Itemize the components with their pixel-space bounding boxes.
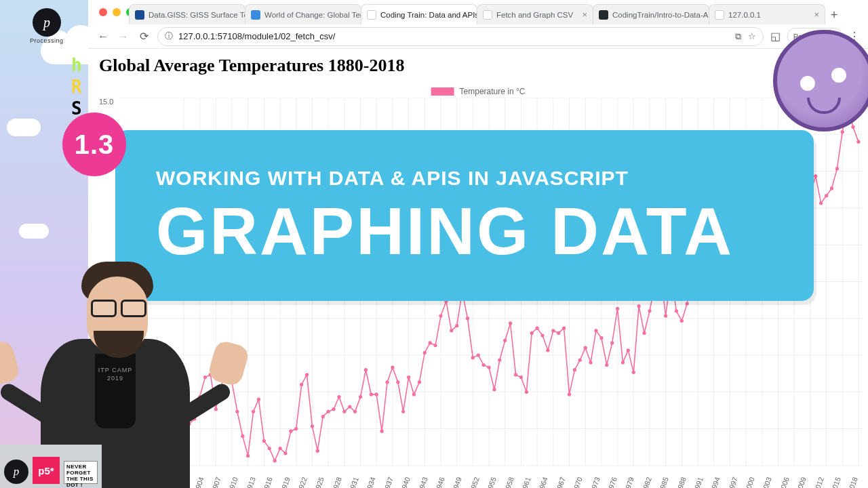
tab-label: World of Change: Global Temp xyxy=(264,11,361,19)
svg-point-142 xyxy=(589,361,592,364)
svg-point-104 xyxy=(385,380,389,384)
browser-tab[interactable]: Data.GISS: GISS Surface Temp× xyxy=(129,4,245,24)
svg-point-148 xyxy=(621,361,625,364)
legend-label: Temperature in °C xyxy=(460,87,526,96)
tab-label: CodingTrain/Intro-to-Data-API xyxy=(612,11,709,19)
mascot-mouth xyxy=(807,98,841,114)
svg-point-189 xyxy=(841,130,844,134)
svg-point-91 xyxy=(316,449,319,453)
svg-point-114 xyxy=(439,314,442,317)
bookmark-star-icon[interactable]: ☆ xyxy=(748,31,756,42)
presenter-hand xyxy=(0,339,21,387)
processing-app-label: Processing xyxy=(30,37,64,44)
processing-app-icon[interactable]: p xyxy=(33,8,61,37)
favicon-icon xyxy=(715,10,724,20)
browser-tabstrip: Data.GISS: GISS Surface Temp×World of Ch… xyxy=(129,3,868,24)
svg-point-116 xyxy=(450,329,453,332)
svg-point-132 xyxy=(536,327,539,330)
extension-icon[interactable]: ◱ xyxy=(770,30,781,43)
svg-point-133 xyxy=(540,333,544,337)
close-tab-icon[interactable]: × xyxy=(814,9,819,20)
svg-point-149 xyxy=(627,348,630,352)
favicon-icon xyxy=(135,10,144,20)
svg-point-106 xyxy=(396,380,399,384)
svg-point-127 xyxy=(509,321,512,325)
minimize-window-button[interactable] xyxy=(113,8,121,16)
svg-point-146 xyxy=(610,341,614,344)
svg-point-108 xyxy=(407,375,410,379)
tab-label: 127.0.0.1 xyxy=(728,11,761,19)
svg-point-125 xyxy=(498,359,501,362)
favicon-icon xyxy=(483,10,492,20)
svg-point-188 xyxy=(835,167,839,170)
browser-tab[interactable]: 127.0.0.1× xyxy=(709,4,825,24)
browser-toolbar: ← → ⟳ ⓘ 127.0.0.1:57108/module1/02_fetch… xyxy=(88,24,868,49)
svg-point-158 xyxy=(675,309,678,312)
tab-label: Fetch and Graph CSV xyxy=(496,11,573,19)
svg-point-140 xyxy=(578,359,582,362)
svg-point-102 xyxy=(375,392,378,396)
episode-badge: 1.3 xyxy=(62,113,126,176)
svg-point-84 xyxy=(279,447,282,450)
svg-point-113 xyxy=(433,344,437,347)
svg-point-153 xyxy=(648,309,651,312)
svg-point-105 xyxy=(391,365,394,369)
svg-point-145 xyxy=(605,363,608,367)
svg-point-147 xyxy=(616,307,619,310)
svg-point-191 xyxy=(851,125,854,129)
svg-point-126 xyxy=(503,339,507,342)
new-tab-button[interactable]: + xyxy=(825,5,844,24)
address-bar[interactable]: ⓘ 127.0.0.1:57108/module1/02_fetch_csv/ … xyxy=(157,27,764,46)
svg-point-134 xyxy=(546,348,549,352)
svg-point-129 xyxy=(519,375,523,379)
svg-point-192 xyxy=(856,140,860,144)
svg-point-81 xyxy=(262,439,266,443)
p5js-sticker-icon: p5* xyxy=(33,457,60,484)
svg-point-156 xyxy=(664,314,667,317)
svg-point-85 xyxy=(283,451,287,455)
svg-point-141 xyxy=(584,346,587,350)
title-card-subtitle: WORKING WITH DATA & APIS IN JAVASCRIPT xyxy=(156,167,793,190)
legend-swatch-icon xyxy=(431,87,454,96)
svg-point-121 xyxy=(477,353,480,357)
text-sticker: NEVER FORGET THE THIS DOT ! xyxy=(64,461,98,484)
site-info-icon[interactable]: ⓘ xyxy=(165,30,173,42)
svg-point-138 xyxy=(568,392,571,396)
reload-button[interactable]: ⟳ xyxy=(137,30,151,43)
url-text: 127.0.0.1:57108/module1/02_fetch_csv/ xyxy=(178,31,335,41)
browser-tab[interactable]: Fetch and Graph CSV× xyxy=(477,4,593,24)
laptop-lid: p p5* NEVER FORGET THE THIS DOT ! xyxy=(0,445,102,488)
close-window-button[interactable] xyxy=(99,8,107,16)
svg-point-98 xyxy=(353,410,357,413)
svg-point-185 xyxy=(819,201,823,205)
favicon-icon xyxy=(251,10,260,20)
devices-icon[interactable]: ⧉ xyxy=(735,31,741,42)
svg-point-89 xyxy=(305,373,309,376)
browser-tab[interactable]: CodingTrain/Intro-to-Data-API× xyxy=(593,4,709,24)
svg-point-90 xyxy=(311,424,314,428)
svg-point-82 xyxy=(268,447,271,450)
glasses-icon xyxy=(91,300,146,317)
browser-tab[interactable]: Coding Train: Data and APIs P× xyxy=(361,4,477,24)
svg-point-123 xyxy=(487,365,490,369)
chart-legend[interactable]: Temperature in °C xyxy=(431,87,526,96)
svg-point-131 xyxy=(530,331,534,335)
svg-point-119 xyxy=(466,317,469,320)
svg-point-96 xyxy=(342,410,346,413)
svg-point-184 xyxy=(814,174,817,178)
svg-point-120 xyxy=(471,356,475,359)
svg-point-107 xyxy=(401,410,405,413)
svg-point-151 xyxy=(637,304,641,308)
back-button[interactable]: ← xyxy=(96,30,110,43)
svg-point-101 xyxy=(370,392,373,396)
cloud-decoration xyxy=(7,119,41,136)
svg-point-110 xyxy=(418,380,421,384)
close-tab-icon[interactable]: × xyxy=(582,9,587,20)
svg-point-87 xyxy=(294,427,298,430)
svg-point-124 xyxy=(492,388,496,391)
svg-point-130 xyxy=(525,390,528,394)
browser-tab[interactable]: World of Change: Global Temp× xyxy=(245,4,361,24)
svg-point-97 xyxy=(348,405,351,408)
svg-point-128 xyxy=(514,373,517,376)
forward-button[interactable]: → xyxy=(117,30,130,43)
